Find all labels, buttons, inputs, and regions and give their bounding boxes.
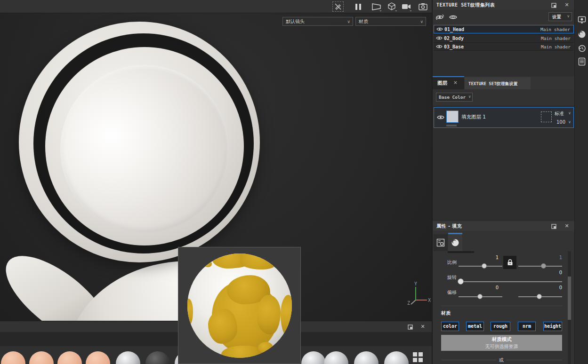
material-preview-sphere — [187, 253, 292, 358]
sync-visibility-icon[interactable] — [435, 13, 444, 21]
texture-set-toolbar: 设置 ∨ — [433, 10, 575, 25]
eye-icon[interactable] — [436, 35, 443, 41]
chevron-down-icon: ∨ — [347, 18, 350, 26]
tab-material-sphere[interactable] — [448, 234, 462, 251]
scale-slider-right-handle[interactable] — [541, 263, 546, 269]
layer-row-fill-1[interactable]: 填充图层 1 标准 ∨ 100 ∨ — [434, 107, 574, 128]
display-settings-icon[interactable] — [577, 15, 587, 25]
grid-view-icon[interactable] — [413, 352, 423, 363]
svg-text:Y: Y — [414, 281, 417, 286]
properties-panel-title: 属性 - 填充 — [436, 223, 462, 229]
chevron-down-icon: ∨ — [420, 18, 423, 26]
material-mode-title: 材质模式 — [441, 336, 562, 343]
scrollbar-track[interactable] — [568, 251, 571, 364]
offset-value-right[interactable]: 0 — [543, 285, 562, 290]
texture-set-row-03-base[interactable]: 03_Base Main shader — [434, 42, 574, 51]
float-panel-icon[interactable] — [550, 223, 557, 229]
chevron-down-icon: ∨ — [568, 111, 571, 115]
texture-set-name: 02_Body — [444, 36, 464, 41]
texture-set-row-02-body[interactable]: 02_Body Main shader — [434, 34, 574, 42]
properties-panel-titlebar: 属性 - 填充 ✕ — [433, 221, 575, 231]
history-icon[interactable] — [577, 43, 587, 53]
scale-label: 比例 — [447, 259, 457, 266]
close-icon[interactable]: ✕ — [564, 1, 570, 8]
eye-icon[interactable] — [437, 114, 444, 120]
chevron-down-icon: ∨ — [468, 95, 471, 99]
right-dock: TEXTURE SET纹理集列表 ✕ 设置 ∨ 01_Head Main sha… — [432, 0, 574, 364]
tab-layers-label: 图层 — [437, 80, 447, 87]
screenshot-icon[interactable] — [417, 1, 428, 12]
layers-list: 填充图层 1 标准 ∨ 100 ∨ — [433, 105, 575, 221]
scrollbar-thumb[interactable] — [568, 277, 571, 320]
eye-icon[interactable] — [436, 26, 443, 32]
eye-icon[interactable] — [436, 44, 443, 49]
camera-view-icon[interactable]: ⌄ — [400, 1, 412, 12]
material-mode-bar[interactable]: 材质模式 无可供选择资源 — [441, 335, 562, 351]
layer-thumbnail[interactable] — [446, 111, 459, 123]
material-preview-panel[interactable] — [178, 247, 301, 364]
properties-tabbar — [433, 231, 575, 251]
clipped-section-header — [448, 251, 474, 253]
properties-content: 比例 1 1 旋转 0 偏移 0 0 材质 color — [433, 251, 575, 364]
channel-button-height[interactable]: height — [543, 322, 562, 331]
blend-mode-select[interactable]: 标准 — [555, 111, 564, 117]
offset-slider-right-handle[interactable] — [537, 294, 542, 299]
svg-text:Z: Z — [407, 301, 410, 306]
tab-layers[interactable]: 图层 × — [433, 77, 464, 89]
channel-button-color[interactable]: color — [441, 322, 459, 331]
material-section-label: 材质 — [441, 310, 451, 317]
layer-name: 填充图层 1 — [461, 114, 486, 120]
layer-mask-slot[interactable] — [541, 111, 552, 122]
tab-texture-set-settings[interactable]: TEXTURE SET纹理集设置 — [465, 77, 531, 89]
pause-icon[interactable] — [354, 1, 363, 12]
rotation-slider-handle[interactable] — [458, 278, 464, 285]
channel-select-value: Base Color — [439, 95, 466, 100]
scale-value-right[interactable]: 1 — [543, 255, 562, 260]
shading-select[interactable]: 材质 ∨ — [355, 17, 426, 26]
camera-select[interactable]: 默认镜头 ∨ — [282, 17, 353, 26]
opacity-select[interactable]: 100 — [556, 119, 565, 125]
tab-texture-set-settings-label: TEXTURE SET纹理集设置 — [468, 81, 518, 87]
offset-value-left[interactable]: 0 — [480, 285, 499, 290]
offset-slider-left-handle[interactable] — [477, 294, 483, 299]
top-toolbar: ⌄ ⌄ ⌄ — [0, 0, 432, 13]
channel-button-rough[interactable]: rough — [491, 322, 510, 331]
settings-dropdown[interactable]: 设置 ∨ — [548, 12, 572, 21]
channel-button-metal[interactable]: metal — [466, 322, 484, 331]
close-tab-icon[interactable]: × — [453, 79, 458, 85]
float-panel-icon[interactable] — [550, 2, 557, 8]
app-window: ⌄ ⌄ ⌄ 默认镜头 ∨ 材质 ∨ — [0, 0, 588, 364]
texture-set-row-01-head[interactable]: 01_Head Main shader — [434, 25, 574, 33]
rotation-slider[interactable] — [459, 281, 562, 282]
axis-gizmo: Y X Z — [406, 281, 431, 308]
texture-set-shader: Main shader — [541, 44, 571, 49]
texture-set-shader: Main shader — [541, 36, 571, 41]
log-icon[interactable] — [577, 56, 587, 66]
layer-progress-bar — [446, 125, 457, 127]
divider — [441, 306, 562, 306]
channel-select[interactable]: Base Color ∨ — [436, 93, 473, 102]
camera-select-value: 默认镜头 — [286, 19, 305, 24]
texture-set-shader: Main shader — [540, 27, 570, 32]
stencil-off-icon[interactable] — [332, 1, 344, 12]
shading-select-value: 材质 — [359, 19, 368, 24]
shader-sphere-icon[interactable] — [577, 29, 587, 39]
close-icon[interactable]: ✕ — [564, 222, 570, 229]
close-icon[interactable]: ✕ — [419, 323, 426, 330]
scale-lock-button[interactable] — [503, 256, 516, 269]
float-panel-icon[interactable] — [407, 324, 413, 330]
rotation-value[interactable]: 0 — [543, 270, 562, 275]
channel-button-nrm[interactable]: nrm — [518, 322, 536, 331]
right-icon-strip — [574, 0, 588, 364]
tab-fill-settings[interactable] — [434, 234, 448, 251]
perspective-view-icon[interactable]: ⌄ — [371, 1, 383, 12]
scale-value-left[interactable]: 1 — [480, 255, 499, 260]
solo-visibility-icon[interactable] — [449, 13, 458, 21]
scale-slider-right[interactable] — [518, 266, 562, 267]
or-divider-label: 或 — [497, 357, 506, 364]
solo-3d-view-icon[interactable]: ⌄ — [386, 1, 397, 12]
scale-slider-left-handle[interactable] — [482, 263, 487, 269]
material-mode-subtitle: 无可供选择资源 — [441, 343, 562, 350]
texture-set-list-empty — [433, 51, 575, 76]
scale-slider-left[interactable] — [459, 266, 502, 267]
